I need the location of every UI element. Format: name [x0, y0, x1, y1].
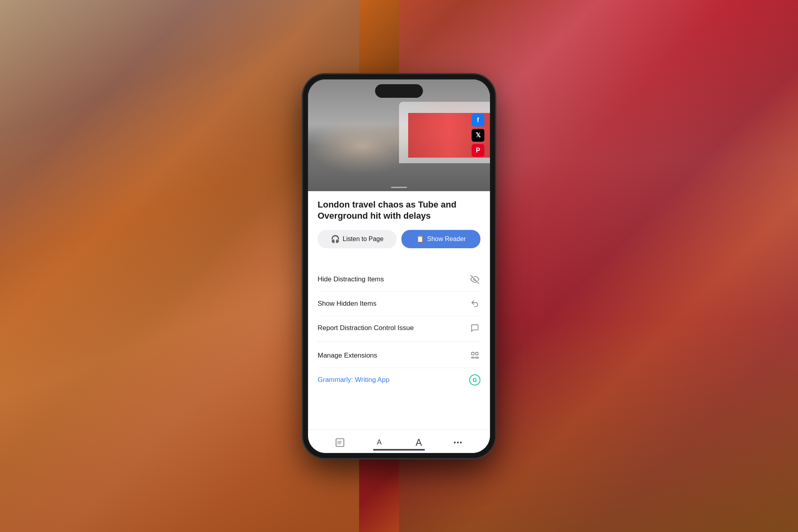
small-a-label: A — [377, 438, 381, 447]
action-buttons-row: 🎧 Listen to Page 📋 Show Reader — [318, 230, 480, 248]
report-icon — [469, 322, 480, 334]
phone-body: f 𝕏 P London travel chaos as Tube and Ov… — [303, 75, 495, 458]
large-a-label: A — [415, 437, 422, 448]
extensions-section: Manage Extensions Grammarly: Writing App — [308, 344, 490, 392]
grammarly-item[interactable]: Grammarly: Writing App G — [318, 368, 480, 392]
article-title: London travel chaos as Tube and Overgrou… — [318, 199, 480, 222]
large-font-button[interactable]: A — [410, 435, 428, 450]
facebook-share-icon[interactable]: f — [472, 114, 484, 127]
svg-rect-0 — [472, 352, 474, 354]
bottom-toolbar: A A ••• — [308, 429, 490, 453]
more-options-button[interactable]: ••• — [450, 435, 467, 450]
svg-point-5 — [337, 443, 338, 444]
undo-icon — [469, 298, 480, 309]
show-reader-button[interactable]: 📋 Show Reader — [401, 230, 480, 248]
home-indicator — [373, 449, 425, 451]
content-area: London travel chaos as Tube and Overgrou… — [308, 191, 490, 267]
reader-label: Show Reader — [427, 235, 466, 243]
report-issue-item[interactable]: Report Distraction Control Issue — [318, 316, 480, 340]
dynamic-island — [375, 84, 423, 98]
report-issue-label: Report Distraction Control Issue — [318, 324, 414, 332]
show-hidden-label: Show Hidden Items — [318, 300, 376, 308]
extensions-icon — [469, 350, 480, 361]
small-font-button[interactable]: A — [371, 435, 388, 450]
show-hidden-item[interactable]: Show Hidden Items — [318, 292, 480, 316]
grammarly-icon: G — [469, 374, 480, 386]
reader-view-toolbar-button[interactable] — [331, 435, 349, 450]
twitter-share-icon[interactable]: 𝕏 — [472, 129, 484, 142]
section-divider — [318, 342, 480, 342]
manage-extensions-item[interactable]: Manage Extensions — [318, 344, 480, 368]
toolbar-items: A A ••• — [308, 435, 490, 450]
menu-section: Hide Distracting Items Show Hidden Items — [308, 267, 490, 340]
phone-screen: f 𝕏 P London travel chaos as Tube and Ov… — [308, 79, 490, 453]
phone-device: f 𝕏 P London travel chaos as Tube and Ov… — [303, 75, 495, 458]
headphone-icon: 🎧 — [331, 235, 340, 243]
hide-distracting-item[interactable]: Hide Distracting Items — [318, 267, 480, 292]
manage-extensions-label: Manage Extensions — [318, 352, 377, 360]
reader-icon: 📋 — [416, 235, 424, 243]
grammarly-label: Grammarly: Writing App — [318, 376, 389, 384]
listen-button[interactable]: 🎧 Listen to Page — [318, 230, 397, 248]
svg-point-3 — [337, 441, 338, 441]
hide-distracting-label: Hide Distracting Items — [318, 275, 384, 283]
listen-label: Listen to Page — [343, 235, 383, 243]
more-dots-icon: ••• — [454, 439, 463, 446]
scroll-indicator — [391, 187, 407, 188]
svg-rect-1 — [476, 352, 478, 354]
svg-point-4 — [337, 442, 338, 443]
social-share-icons: f 𝕏 P — [472, 114, 484, 157]
hide-icon — [469, 274, 480, 285]
pinterest-share-icon[interactable]: P — [472, 144, 484, 157]
